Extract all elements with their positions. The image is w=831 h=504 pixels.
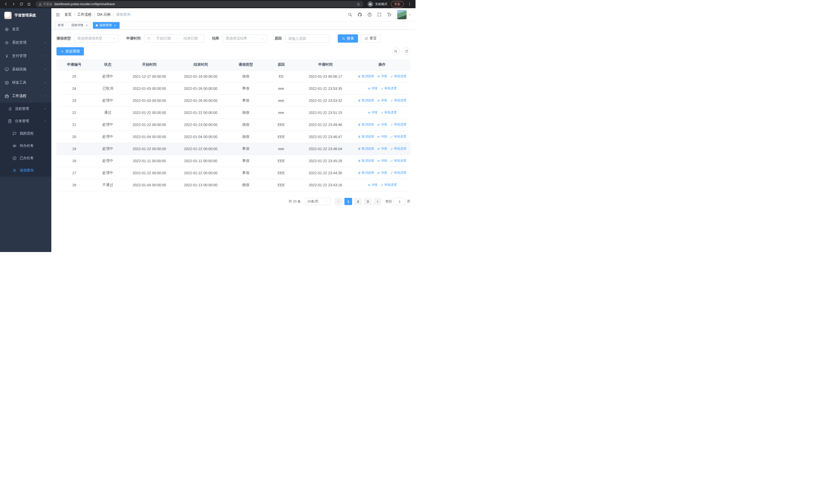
approval-progress-link[interactable]: 审批进度 xyxy=(390,122,406,127)
detail-link[interactable]: 详情 xyxy=(368,183,377,187)
cancel-leave-link[interactable]: 取消请假 xyxy=(358,171,374,175)
reset-button[interactable]: 重置 xyxy=(361,34,381,42)
approval-progress-link[interactable]: 审批进度 xyxy=(390,147,406,151)
detail-link[interactable]: 详情 xyxy=(377,98,387,102)
approval-progress-link[interactable]: 审批进度 xyxy=(381,86,397,91)
create-leave-button[interactable]: 发起请假 xyxy=(56,47,84,55)
page-size-select[interactable]: 10条/页 xyxy=(305,198,331,205)
breadcrumb-item[interactable]: OA 示例 xyxy=(97,12,110,17)
browser-reload-button[interactable] xyxy=(18,1,25,7)
detail-icon xyxy=(377,135,380,138)
cancel-leave-link[interactable]: 取消请假 xyxy=(358,147,374,151)
help-button[interactable] xyxy=(367,12,372,17)
cell-apply-id: 25 xyxy=(56,70,92,83)
breadcrumb-item[interactable]: 首页 xyxy=(64,12,71,17)
header-search-button[interactable] xyxy=(348,12,352,17)
sidebar-item-todo-tasks[interactable]: 待办任务 xyxy=(0,140,51,152)
detail-icon xyxy=(377,99,380,102)
table-row: 24已取消2022-01-03 00:00:002022-01-26 00:00… xyxy=(56,83,410,95)
sidebar-item-task-mgmt[interactable]: 任务管理 xyxy=(0,115,51,127)
detail-link[interactable]: 详情 xyxy=(377,158,387,163)
action-label: 审批进度 xyxy=(394,147,406,151)
detail-link[interactable]: 详情 xyxy=(377,122,387,127)
cell-start-time: 2021-12-27 00:00:00 xyxy=(124,70,175,83)
github-link[interactable] xyxy=(357,12,362,17)
browser-chrome: 不安全 dashboard.yudao.iocoder.cn/bpm/oa/le… xyxy=(0,0,416,8)
sidebar-item-process-mgmt[interactable]: 流程管理 xyxy=(0,102,51,115)
approval-progress-link[interactable]: 审批进度 xyxy=(390,171,406,175)
kebab-menu-icon xyxy=(407,2,412,6)
page-2-button[interactable]: 2 xyxy=(354,198,362,205)
sidebar-item-payment[interactable]: 支付管理 xyxy=(0,49,51,63)
action-label: 详情 xyxy=(381,158,387,163)
breadcrumb-item[interactable]: 请假查询 xyxy=(116,12,131,17)
detail-link[interactable]: 详情 xyxy=(368,86,377,91)
approval-progress-link[interactable]: 审批进度 xyxy=(390,158,406,163)
detail-link[interactable]: 详情 xyxy=(377,171,387,175)
sidebar-item-system[interactable]: 系统管理 xyxy=(0,36,51,49)
app-logo[interactable]: 芋道管理系统 xyxy=(0,8,51,23)
sidebar-item-devtools[interactable]: 研发工具 xyxy=(0,76,51,89)
action-label: 详情 xyxy=(381,147,387,151)
browser-update-button[interactable]: 更新 xyxy=(391,1,404,7)
tab-home[interactable]: 首页 xyxy=(55,22,67,29)
sidebar-item-done-tasks[interactable]: 已办任务 xyxy=(0,152,51,164)
result-label: 结果 xyxy=(212,36,219,41)
page-1-button[interactable]: 1 xyxy=(344,198,352,205)
security-indicator[interactable]: 不安全 xyxy=(38,2,52,6)
breadcrumb-item[interactable]: 工作流程 xyxy=(77,12,92,17)
detail-link[interactable]: 详情 xyxy=(377,147,387,151)
detail-link[interactable]: 详情 xyxy=(377,74,387,79)
date-range-picker[interactable]: 开始日期 - 结束日期 xyxy=(144,34,204,42)
action-label: 详情 xyxy=(371,183,377,187)
main-area: 首页/工作流程/OA 示例/请假查询 首页流程详情请假查询 请假类型 xyxy=(51,8,416,252)
leave-type-select[interactable]: 请选择请假类型 xyxy=(75,34,119,42)
next-page-button[interactable] xyxy=(374,198,381,205)
cancel-leave-link[interactable]: 取消请假 xyxy=(358,135,374,139)
browser-home-button[interactable] xyxy=(26,1,32,7)
filter-apply-time: 申请时间 开始日期 - 结束日期 xyxy=(126,34,204,42)
progress-icon xyxy=(390,135,393,138)
prev-page-button[interactable] xyxy=(335,198,342,205)
browser-back-button[interactable] xyxy=(3,1,9,7)
bookmark-star-icon[interactable] xyxy=(356,2,360,6)
sidebar-item-leave-query[interactable]: 请假查询 xyxy=(0,164,51,177)
tab-close-button[interactable] xyxy=(113,24,117,27)
action-label: 取消请假 xyxy=(362,98,374,102)
sidebar-item-infra[interactable]: 基础设施 xyxy=(0,63,51,76)
search-button[interactable]: 搜索 xyxy=(338,34,358,42)
browser-forward-button[interactable] xyxy=(10,1,17,7)
user-menu[interactable] xyxy=(397,10,411,20)
sidebar-item-workflow[interactable]: 工作流程 xyxy=(0,89,51,102)
detail-link[interactable]: 详情 xyxy=(368,110,377,115)
cancel-leave-link[interactable]: 取消请假 xyxy=(358,122,374,127)
approval-progress-link[interactable]: 审批进度 xyxy=(381,183,397,187)
browser-menu-button[interactable] xyxy=(406,1,413,7)
action-label: 取消请假 xyxy=(362,74,374,79)
cancel-leave-link[interactable]: 取消请假 xyxy=(358,74,374,79)
font-size-button[interactable] xyxy=(387,12,392,17)
goto-page-input[interactable] xyxy=(394,198,405,205)
toggle-search-button[interactable] xyxy=(392,48,400,55)
reason-input[interactable] xyxy=(285,34,329,42)
cancel-leave-link[interactable]: 取消请假 xyxy=(358,98,374,102)
detail-link[interactable]: 详情 xyxy=(377,135,387,139)
cancel-leave-link[interactable]: 取消请假 xyxy=(358,158,374,163)
page-3-button[interactable]: 3 xyxy=(364,198,372,205)
cell-apply-time: 2022-01-22 23:49:46 xyxy=(297,119,354,131)
approval-progress-link[interactable]: 审批进度 xyxy=(390,98,406,102)
tab-close-button[interactable] xyxy=(85,24,89,27)
result-select[interactable]: 请选择流结果 xyxy=(223,34,267,42)
sidebar-collapse-button[interactable] xyxy=(55,12,60,17)
fullscreen-button[interactable] xyxy=(377,12,382,17)
browser-address-bar[interactable]: 不安全 dashboard.yudao.iocoder.cn/bpm/oa/le… xyxy=(35,1,364,7)
sidebar-item-home[interactable]: 首页 xyxy=(0,23,51,36)
approval-progress-link[interactable]: 审批进度 xyxy=(381,110,397,115)
tab-leave-query[interactable]: 请假查询 xyxy=(93,22,120,29)
tab-process-detail[interactable]: 流程详情 xyxy=(68,22,91,29)
refresh-table-button[interactable] xyxy=(403,48,410,55)
approval-progress-link[interactable]: 审批进度 xyxy=(390,74,406,79)
sidebar-item-my-process[interactable]: 我的流程 xyxy=(0,127,51,140)
cell-status: 处理中 xyxy=(92,95,124,107)
approval-progress-link[interactable]: 审批进度 xyxy=(390,135,406,139)
